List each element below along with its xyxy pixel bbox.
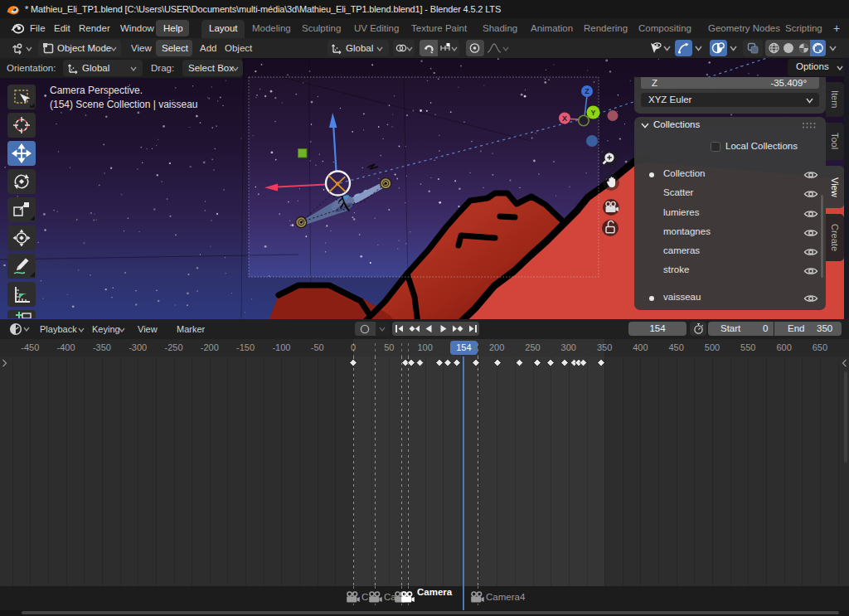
svg-text:(154) Scene Collection | vaiss: (154) Scene Collection | vaisseau xyxy=(50,99,198,110)
svg-text:Y: Y xyxy=(590,109,595,117)
svg-text:X: X xyxy=(562,114,567,123)
svg-text:Z: Z xyxy=(585,87,589,95)
